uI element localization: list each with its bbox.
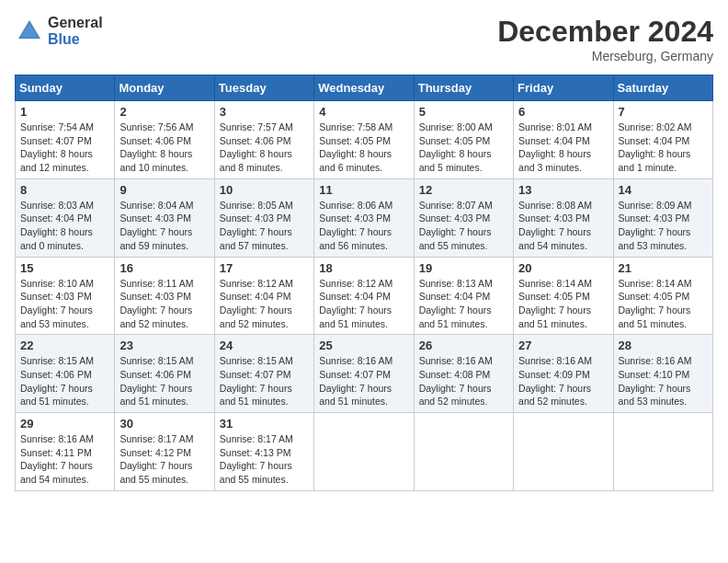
day-number: 19 xyxy=(419,261,508,275)
day-number: 27 xyxy=(518,339,608,352)
day-number: 5 xyxy=(419,105,508,119)
day-number: 18 xyxy=(319,261,408,275)
col-monday: Monday xyxy=(115,75,214,101)
day-number: 13 xyxy=(518,183,608,197)
month-title: December 2024 xyxy=(497,15,713,49)
calendar-cell: 15 Sunrise: 8:10 AM Sunset: 4:03 PM Dayl… xyxy=(16,257,115,335)
day-info: Sunrise: 8:15 AM Sunset: 4:06 PM Dayligh… xyxy=(20,354,109,408)
day-info: Sunrise: 8:16 AM Sunset: 4:08 PM Dayligh… xyxy=(419,354,508,408)
day-number: 12 xyxy=(419,183,508,197)
day-number: 17 xyxy=(220,261,309,275)
day-number: 14 xyxy=(619,183,708,197)
day-number: 30 xyxy=(119,417,209,431)
day-info: Sunrise: 8:09 AM Sunset: 4:03 PM Dayligh… xyxy=(619,199,708,253)
calendar-cell: 28 Sunrise: 8:16 AM Sunset: 4:10 PM Dayl… xyxy=(613,335,712,413)
calendar-cell: 16 Sunrise: 8:11 AM Sunset: 4:03 PM Dayl… xyxy=(115,257,214,335)
calendar-cell: 6 Sunrise: 8:01 AM Sunset: 4:04 PM Dayli… xyxy=(514,101,613,179)
day-info: Sunrise: 8:10 AM Sunset: 4:03 PM Dayligh… xyxy=(20,277,109,331)
day-number: 16 xyxy=(119,261,209,275)
col-tuesday: Tuesday xyxy=(214,75,313,101)
calendar-cell: 25 Sunrise: 8:16 AM Sunset: 4:07 PM Dayl… xyxy=(314,335,414,413)
calendar-cell: 11 Sunrise: 8:06 AM Sunset: 4:03 PM Dayl… xyxy=(314,178,414,257)
day-info: Sunrise: 8:16 AM Sunset: 4:07 PM Dayligh… xyxy=(319,354,408,408)
day-number: 4 xyxy=(319,105,408,119)
day-info: Sunrise: 8:02 AM Sunset: 4:04 PM Dayligh… xyxy=(619,121,708,175)
day-number: 21 xyxy=(619,261,708,275)
day-info: Sunrise: 8:07 AM Sunset: 4:03 PM Dayligh… xyxy=(419,199,508,253)
day-info: Sunrise: 8:06 AM Sunset: 4:03 PM Dayligh… xyxy=(319,199,408,253)
day-info: Sunrise: 8:16 AM Sunset: 4:11 PM Dayligh… xyxy=(20,432,109,487)
calendar-cell xyxy=(514,413,613,491)
calendar-cell: 4 Sunrise: 7:58 AM Sunset: 4:05 PM Dayli… xyxy=(314,101,414,179)
col-saturday: Saturday xyxy=(613,75,712,101)
day-info: Sunrise: 8:17 AM Sunset: 4:12 PM Dayligh… xyxy=(119,432,209,487)
calendar-week-row: 1 Sunrise: 7:54 AM Sunset: 4:07 PM Dayli… xyxy=(16,101,713,179)
day-info: Sunrise: 7:54 AM Sunset: 4:07 PM Dayligh… xyxy=(20,121,109,175)
day-number: 3 xyxy=(220,105,309,119)
day-info: Sunrise: 8:15 AM Sunset: 4:06 PM Dayligh… xyxy=(119,354,209,408)
calendar-cell: 29 Sunrise: 8:16 AM Sunset: 4:11 PM Dayl… xyxy=(16,413,115,491)
calendar-cell: 17 Sunrise: 8:12 AM Sunset: 4:04 PM Dayl… xyxy=(214,257,313,335)
calendar-week-row: 8 Sunrise: 8:03 AM Sunset: 4:04 PM Dayli… xyxy=(16,178,713,257)
day-number: 31 xyxy=(220,417,309,431)
day-number: 2 xyxy=(119,105,209,119)
day-number: 15 xyxy=(20,261,109,275)
calendar-cell: 30 Sunrise: 8:17 AM Sunset: 4:12 PM Dayl… xyxy=(115,413,214,491)
day-info: Sunrise: 8:01 AM Sunset: 4:04 PM Dayligh… xyxy=(518,121,608,175)
day-info: Sunrise: 7:56 AM Sunset: 4:06 PM Dayligh… xyxy=(119,121,209,175)
calendar-cell: 26 Sunrise: 8:16 AM Sunset: 4:08 PM Dayl… xyxy=(414,335,513,413)
day-info: Sunrise: 8:11 AM Sunset: 4:03 PM Dayligh… xyxy=(119,277,209,331)
calendar-cell: 1 Sunrise: 7:54 AM Sunset: 4:07 PM Dayli… xyxy=(16,101,115,179)
day-number: 10 xyxy=(220,183,309,197)
calendar-cell: 3 Sunrise: 7:57 AM Sunset: 4:06 PM Dayli… xyxy=(214,101,313,179)
day-info: Sunrise: 8:00 AM Sunset: 4:05 PM Dayligh… xyxy=(419,121,508,175)
calendar-table: Sunday Monday Tuesday Wednesday Thursday… xyxy=(15,75,713,491)
calendar-cell xyxy=(414,413,513,491)
calendar-cell xyxy=(613,413,712,491)
day-number: 6 xyxy=(518,105,608,119)
col-sunday: Sunday xyxy=(16,75,115,101)
calendar-cell: 21 Sunrise: 8:14 AM Sunset: 4:05 PM Dayl… xyxy=(613,257,712,335)
day-number: 22 xyxy=(20,339,109,352)
day-number: 28 xyxy=(619,339,708,352)
day-info: Sunrise: 8:14 AM Sunset: 4:05 PM Dayligh… xyxy=(518,277,608,331)
day-number: 1 xyxy=(20,105,109,119)
day-number: 25 xyxy=(319,339,408,352)
day-info: Sunrise: 8:15 AM Sunset: 4:07 PM Dayligh… xyxy=(220,354,309,408)
day-info: Sunrise: 8:16 AM Sunset: 4:09 PM Dayligh… xyxy=(518,354,608,408)
calendar-cell: 9 Sunrise: 8:04 AM Sunset: 4:03 PM Dayli… xyxy=(115,178,214,257)
calendar-week-row: 15 Sunrise: 8:10 AM Sunset: 4:03 PM Dayl… xyxy=(16,257,713,335)
calendar-cell: 22 Sunrise: 8:15 AM Sunset: 4:06 PM Dayl… xyxy=(16,335,115,413)
logo-blue-text: Blue xyxy=(48,31,103,48)
day-number: 11 xyxy=(319,183,408,197)
calendar-cell: 8 Sunrise: 8:03 AM Sunset: 4:04 PM Dayli… xyxy=(16,178,115,257)
calendar-cell: 12 Sunrise: 8:07 AM Sunset: 4:03 PM Dayl… xyxy=(414,178,513,257)
calendar-week-row: 29 Sunrise: 8:16 AM Sunset: 4:11 PM Dayl… xyxy=(16,413,713,491)
logo: General Blue xyxy=(15,15,103,47)
day-info: Sunrise: 8:16 AM Sunset: 4:10 PM Dayligh… xyxy=(619,354,708,408)
page-header: General Blue December 2024 Merseburg, Ge… xyxy=(15,15,713,63)
calendar-cell: 2 Sunrise: 7:56 AM Sunset: 4:06 PM Dayli… xyxy=(115,101,214,179)
day-info: Sunrise: 7:57 AM Sunset: 4:06 PM Dayligh… xyxy=(220,121,309,175)
day-info: Sunrise: 8:12 AM Sunset: 4:04 PM Dayligh… xyxy=(220,277,309,331)
col-wednesday: Wednesday xyxy=(314,75,414,101)
col-thursday: Thursday xyxy=(414,75,513,101)
calendar-cell xyxy=(314,413,414,491)
day-info: Sunrise: 8:03 AM Sunset: 4:04 PM Dayligh… xyxy=(20,199,109,253)
day-number: 20 xyxy=(518,261,608,275)
day-info: Sunrise: 8:08 AM Sunset: 4:03 PM Dayligh… xyxy=(518,199,608,253)
day-number: 7 xyxy=(619,105,708,119)
day-info: Sunrise: 8:17 AM Sunset: 4:13 PM Dayligh… xyxy=(220,432,309,487)
calendar-week-row: 22 Sunrise: 8:15 AM Sunset: 4:06 PM Dayl… xyxy=(16,335,713,413)
calendar-cell: 19 Sunrise: 8:13 AM Sunset: 4:04 PM Dayl… xyxy=(414,257,513,335)
calendar-cell: 24 Sunrise: 8:15 AM Sunset: 4:07 PM Dayl… xyxy=(214,335,313,413)
calendar-header-row: Sunday Monday Tuesday Wednesday Thursday… xyxy=(16,75,713,101)
day-info: Sunrise: 8:05 AM Sunset: 4:03 PM Dayligh… xyxy=(220,199,309,253)
day-info: Sunrise: 7:58 AM Sunset: 4:05 PM Dayligh… xyxy=(319,121,408,175)
title-block: December 2024 Merseburg, Germany xyxy=(497,15,713,63)
calendar-cell: 20 Sunrise: 8:14 AM Sunset: 4:05 PM Dayl… xyxy=(514,257,613,335)
calendar-cell: 27 Sunrise: 8:16 AM Sunset: 4:09 PM Dayl… xyxy=(514,335,613,413)
col-friday: Friday xyxy=(514,75,613,101)
calendar-cell: 23 Sunrise: 8:15 AM Sunset: 4:06 PM Dayl… xyxy=(115,335,214,413)
location-text: Merseburg, Germany xyxy=(497,49,713,63)
